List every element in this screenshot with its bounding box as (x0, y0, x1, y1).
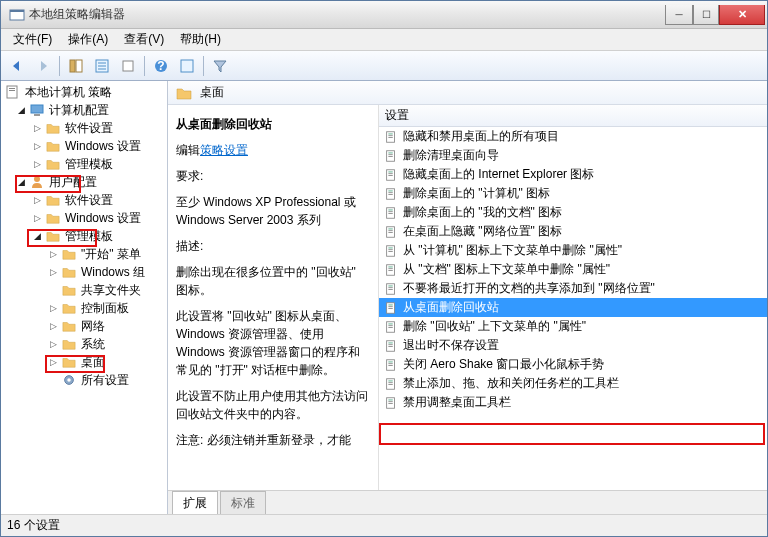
list-item[interactable]: 从桌面删除回收站 (379, 298, 767, 317)
menu-action[interactable]: 操作(A) (60, 29, 116, 50)
svg-text:?: ? (157, 59, 164, 73)
export-button[interactable] (116, 54, 140, 78)
edit-policy-link[interactable]: 策略设置 (200, 143, 248, 157)
menubar: 文件(F) 操作(A) 查看(V) 帮助(H) (1, 29, 767, 51)
refresh-button[interactable] (175, 54, 199, 78)
list-item[interactable]: 删除清理桌面向导 (379, 146, 767, 165)
list-item[interactable]: 退出时不保存设置 (379, 336, 767, 355)
tab-standard[interactable]: 标准 (220, 491, 266, 514)
close-button[interactable]: ✕ (719, 5, 765, 25)
tree-computer-config[interactable]: ◢ 计算机配置 (1, 101, 167, 119)
tree-label: 共享文件夹 (79, 282, 143, 299)
folder-icon (61, 246, 77, 262)
expand-icon[interactable]: ▷ (31, 140, 43, 152)
tree-item[interactable]: ▷Windows 设置 (1, 137, 167, 155)
expand-icon[interactable]: ▷ (47, 320, 59, 332)
maximize-button[interactable]: ☐ (693, 5, 719, 25)
policy-icon (383, 148, 399, 164)
tree-root[interactable]: 本地计算机 策略 (1, 83, 167, 101)
svg-rect-11 (181, 60, 193, 72)
list-item-label: 删除桌面上的 "我的文档" 图标 (403, 204, 562, 221)
svg-rect-26 (388, 154, 392, 155)
minimize-button[interactable]: ─ (665, 5, 693, 25)
toolbar-separator (144, 56, 145, 76)
folder-icon (61, 282, 77, 298)
back-button[interactable] (5, 54, 29, 78)
collapse-icon[interactable]: ◢ (15, 104, 27, 116)
forward-button[interactable] (31, 54, 55, 78)
desc-text: 此设置将 "回收站" 图标从桌面、Windows 资源管理器、使用 Window… (176, 307, 370, 379)
expand-icon[interactable]: ▷ (31, 158, 43, 170)
svg-rect-14 (9, 90, 15, 91)
list-item[interactable]: 禁止添加、拖、放和关闭任务栏的工具栏 (379, 374, 767, 393)
tree-item[interactable]: ▷管理模板 (1, 155, 167, 173)
show-hide-tree-button[interactable] (64, 54, 88, 78)
list-item-label: 隐藏桌面上的 Internet Explorer 图标 (403, 166, 594, 183)
tree-item[interactable]: ▷Windows 组 (1, 263, 167, 281)
tree-item[interactable]: ▷系统 (1, 335, 167, 353)
statusbar: 16 个设置 (1, 514, 767, 536)
svg-rect-62 (388, 325, 392, 326)
menu-help[interactable]: 帮助(H) (172, 29, 229, 50)
tree-label: Windows 组 (79, 264, 147, 281)
expand-icon[interactable]: ▷ (31, 194, 43, 206)
tree-item[interactable]: ▷控制面板 (1, 299, 167, 317)
list-item[interactable]: 关闭 Aero Shake 窗口最小化鼠标手势 (379, 355, 767, 374)
nav-tree[interactable]: 本地计算机 策略 ◢ 计算机配置 ▷软件设置 ▷Windows 设置 ▷管理模板… (1, 81, 168, 514)
tree-item[interactable]: ▷软件设置 (1, 191, 167, 209)
titlebar[interactable]: 本地组策略编辑器 ─ ☐ ✕ (1, 1, 767, 29)
collapse-icon[interactable]: ◢ (31, 230, 43, 242)
list-header[interactable]: 设置 (379, 105, 767, 127)
tree-item[interactable]: ▷网络 (1, 317, 167, 335)
expand-icon[interactable]: ▷ (31, 212, 43, 224)
list-item-label: 删除 "回收站" 上下文菜单的 "属性" (403, 318, 586, 335)
menu-file[interactable]: 文件(F) (5, 29, 60, 50)
list-item[interactable]: 从 "文档" 图标上下文菜单中删除 "属性" (379, 260, 767, 279)
list-item[interactable]: 删除 "回收站" 上下文菜单的 "属性" (379, 317, 767, 336)
svg-rect-51 (388, 270, 392, 271)
list-item[interactable]: 隐藏和禁用桌面上的所有项目 (379, 127, 767, 146)
tree-admin-templates[interactable]: ◢管理模板 (1, 227, 167, 245)
tree-label: 网络 (79, 318, 107, 335)
policy-title: 从桌面删除回收站 (176, 115, 370, 133)
expand-icon[interactable]: ▷ (31, 122, 43, 134)
window-buttons: ─ ☐ ✕ (665, 5, 765, 25)
tree-item[interactable]: ▷Windows 设置 (1, 209, 167, 227)
list-item[interactable]: 删除桌面上的 "计算机" 图标 (379, 184, 767, 203)
tree-item[interactable]: ▷软件设置 (1, 119, 167, 137)
list-item[interactable]: 隐藏桌面上的 Internet Explorer 图标 (379, 165, 767, 184)
list-item[interactable]: 删除桌面上的 "我的文档" 图标 (379, 203, 767, 222)
tree-item[interactable]: 共享文件夹 (1, 281, 167, 299)
collapse-icon[interactable]: ◢ (15, 176, 27, 188)
tree-label: 桌面 (79, 354, 107, 371)
menu-view[interactable]: 查看(V) (116, 29, 172, 50)
expand-icon[interactable]: ▷ (47, 356, 59, 368)
pane-header: 桌面 (168, 81, 767, 105)
list-item[interactable]: 禁用调整桌面工具栏 (379, 393, 767, 412)
policy-icon (383, 338, 399, 354)
expand-icon[interactable]: ▷ (47, 266, 59, 278)
policy-icon (383, 205, 399, 221)
expand-icon[interactable]: ▷ (47, 338, 59, 350)
list-item-label: 删除清理桌面向导 (403, 147, 499, 164)
tree-item[interactable]: 所有设置 (1, 371, 167, 389)
tab-extended[interactable]: 扩展 (172, 491, 218, 514)
properties-button[interactable] (90, 54, 114, 78)
list-item[interactable]: 不要将最近打开的文档的共享添加到 "网络位置" (379, 279, 767, 298)
svg-rect-25 (388, 152, 392, 153)
policy-icon (383, 319, 399, 335)
tree-item[interactable]: ▷"开始" 菜单 (1, 245, 167, 263)
tree-desktop[interactable]: ▷桌面 (1, 353, 167, 371)
list-item[interactable]: 在桌面上隐藏 "网络位置" 图标 (379, 222, 767, 241)
svg-rect-78 (388, 401, 392, 402)
expand-icon[interactable]: ▷ (47, 302, 59, 314)
filter-button[interactable] (208, 54, 232, 78)
tree-user-config[interactable]: ◢ 用户配置 (1, 173, 167, 191)
settings-list[interactable]: 隐藏和禁用桌面上的所有项目删除清理桌面向导隐藏桌面上的 Internet Exp… (379, 127, 767, 490)
folder-icon (45, 228, 61, 244)
list-item[interactable]: 从 "计算机" 图标上下文菜单中删除 "属性" (379, 241, 767, 260)
expand-icon[interactable]: ▷ (47, 248, 59, 260)
svg-rect-8 (123, 61, 133, 71)
toolbar-separator (59, 56, 60, 76)
help-button[interactable]: ? (149, 54, 173, 78)
